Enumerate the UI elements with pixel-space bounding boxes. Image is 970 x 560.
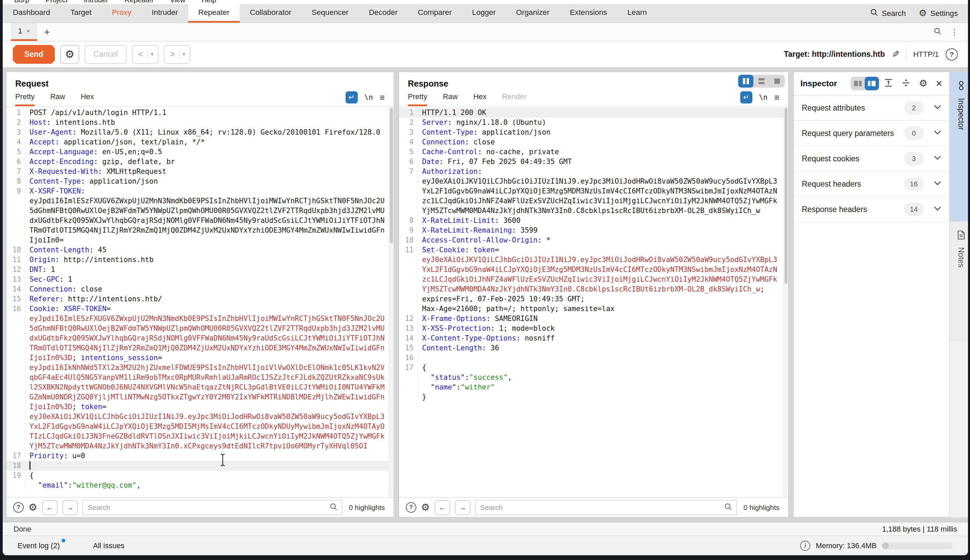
target-url: Target: http://intentions.htb xyxy=(784,50,885,59)
menu-item-help[interactable]: Help xyxy=(202,0,216,4)
main-tab-target[interactable]: Target xyxy=(60,4,102,23)
main-tab-logger[interactable]: Logger xyxy=(462,4,506,23)
response-tab-pretty[interactable]: Pretty xyxy=(408,92,427,106)
main-tab-extensions[interactable]: Extensions xyxy=(560,4,617,23)
inspector-section-response-headers[interactable]: Response headers14 xyxy=(794,197,949,222)
columns-layout-icon[interactable] xyxy=(738,75,754,88)
find-next-button[interactable]: → xyxy=(62,500,78,515)
main-tab-repeater[interactable]: Repeater xyxy=(188,4,240,23)
single-layout-icon[interactable] xyxy=(769,75,785,88)
inspector-split-view-icon[interactable] xyxy=(865,77,879,90)
request-tab-raw[interactable]: Raw xyxy=(50,92,65,106)
request-editor-tabs: PrettyRawHex ↵ \n ≡ xyxy=(7,88,394,107)
response-scrollbar[interactable] xyxy=(784,107,788,497)
find-next-button[interactable]: → xyxy=(455,500,470,515)
menu-item-burp[interactable]: Burp xyxy=(14,0,29,4)
menu-item-view[interactable]: View xyxy=(170,0,185,4)
close-tab-icon[interactable]: × xyxy=(27,27,30,35)
inspector-section-request-query-parameters[interactable]: Request query parameters0 xyxy=(794,121,949,146)
word-wrap-toggle-icon[interactable]: ↵ xyxy=(740,91,753,103)
inspector-panel: Inspector ⚙ ✕ Request attributes2Reques xyxy=(793,72,950,517)
menu-item-intruder[interactable]: Intruder xyxy=(84,0,108,4)
event-log-label: Event log (2) xyxy=(18,542,60,550)
main-tab-comparer[interactable]: Comparer xyxy=(408,4,462,23)
settings-button[interactable]: ⚙ Settings xyxy=(918,9,958,18)
search-input[interactable] xyxy=(83,500,342,515)
tab-search-icon[interactable] xyxy=(934,27,942,37)
collapse-all-icon[interactable] xyxy=(884,78,893,89)
prev-request-button[interactable]: < ▼ xyxy=(132,45,159,64)
response-tab-render[interactable]: Render xyxy=(502,92,527,106)
inspector-title: Inspector xyxy=(800,79,837,88)
code-line: 8Content-Type: application/json xyxy=(7,177,394,186)
editor-menu-icon[interactable]: ≡ xyxy=(774,92,779,103)
cancel-button[interactable]: Cancel xyxy=(85,45,127,64)
section-label: Request query parameters xyxy=(802,129,904,138)
show-newlines-icon[interactable]: \n xyxy=(759,93,768,102)
request-find-bar: ? ⚙ ← → 0 highlights xyxy=(7,497,394,517)
rows-layout-icon[interactable] xyxy=(754,75,769,88)
main-tab-decoder[interactable]: Decoder xyxy=(359,4,408,23)
request-tab-pretty[interactable]: Pretty xyxy=(15,92,35,106)
main-tab-intruder[interactable]: Intruder xyxy=(142,4,188,23)
editor-menu-icon[interactable]: ≡ xyxy=(380,92,385,103)
code-line: 17Priority: u=0 xyxy=(7,451,394,461)
response-editor[interactable]: 1HTTP/1.1 200 OK2Server: nginx/1.18.0 (U… xyxy=(399,107,788,497)
code-line: 13Sec-GPC: 1 xyxy=(7,275,394,284)
chevron-down-icon xyxy=(934,206,941,212)
inspector-section-request-headers[interactable]: Request headers16 xyxy=(794,172,949,197)
gear-icon[interactable]: ⚙ xyxy=(28,503,37,512)
find-prev-button[interactable]: ← xyxy=(42,500,57,515)
gear-icon[interactable]: ⚙ xyxy=(421,503,430,512)
help-icon[interactable]: ? xyxy=(946,48,958,60)
inspector-section-request-attributes[interactable]: Request attributes2 xyxy=(794,95,949,121)
inspector-section-request-cookies[interactable]: Request cookies3 xyxy=(794,146,949,172)
add-tab-button[interactable]: + xyxy=(37,23,57,41)
request-tab-hex[interactable]: Hex xyxy=(80,92,94,106)
tab-notes[interactable]: Notes xyxy=(950,221,968,340)
main-tab-organizer[interactable]: Organizer xyxy=(506,4,560,23)
edit-target-icon[interactable]: ✎ xyxy=(892,49,900,60)
word-wrap-toggle-icon[interactable]: ↵ xyxy=(346,91,358,103)
response-tab-raw[interactable]: Raw xyxy=(443,92,458,106)
info-icon[interactable]: i xyxy=(800,541,810,551)
http-version[interactable]: HTTP/1 xyxy=(913,50,939,59)
code-line: 2Host: intentions.htb xyxy=(7,118,394,127)
highlights-count: 0 highlights xyxy=(741,503,781,512)
global-search-label: Search xyxy=(882,9,906,18)
request-editor[interactable]: 1POST /api/v1/auth/login HTTP/1.12Host: … xyxy=(7,107,394,497)
show-newlines-icon[interactable]: \n xyxy=(365,93,373,102)
expand-all-icon[interactable] xyxy=(901,78,911,89)
next-request-button[interactable]: > ▼ xyxy=(164,45,190,64)
main-tab-collaborator[interactable]: Collaborator xyxy=(240,4,301,23)
main-tab-dashboard[interactable]: Dashboard xyxy=(3,4,60,23)
response-tab-hex[interactable]: Hex xyxy=(473,92,487,106)
global-search-button[interactable]: Search xyxy=(870,8,906,18)
main-tab-proxy[interactable]: Proxy xyxy=(102,4,142,23)
event-log-button[interactable]: Event log (2) xyxy=(18,542,65,550)
gear-icon[interactable]: ⚙ xyxy=(919,79,927,88)
help-icon[interactable]: ? xyxy=(406,502,416,513)
find-prev-button[interactable]: ← xyxy=(435,500,450,515)
main-tab-sequencer[interactable]: Sequencer xyxy=(301,4,359,23)
menu-item-repeater[interactable]: Repeater xyxy=(125,0,154,4)
section-label: Request attributes xyxy=(802,103,904,113)
menu-item-project[interactable]: Project xyxy=(45,0,67,4)
all-issues-button[interactable]: All issues xyxy=(93,542,125,550)
request-scrollbar[interactable] xyxy=(389,107,394,497)
more-options-icon[interactable]: ⋮ xyxy=(950,27,958,37)
send-options-button[interactable]: ⚙ xyxy=(60,45,79,64)
main-tab-learn[interactable]: Learn xyxy=(617,4,657,23)
close-icon[interactable]: ✕ xyxy=(935,79,943,88)
send-button[interactable]: Send xyxy=(13,45,55,64)
response-editor-tabs: PrettyRawHexRender ↵ \n ≡ xyxy=(399,88,788,107)
search-icon xyxy=(870,8,878,18)
help-icon[interactable]: ? xyxy=(13,502,24,513)
inspector-list-view-icon[interactable] xyxy=(851,77,865,90)
tab-inspector[interactable]: Inspector xyxy=(950,72,968,221)
memory-gauge xyxy=(882,542,953,549)
code-line: 1HTTP/1.1 200 OK xyxy=(399,108,788,118)
search-input[interactable] xyxy=(475,500,737,515)
repeater-tab-1[interactable]: 1 × xyxy=(11,23,37,41)
code-line: 15Referer: http://intentions.htb/ xyxy=(7,294,394,304)
